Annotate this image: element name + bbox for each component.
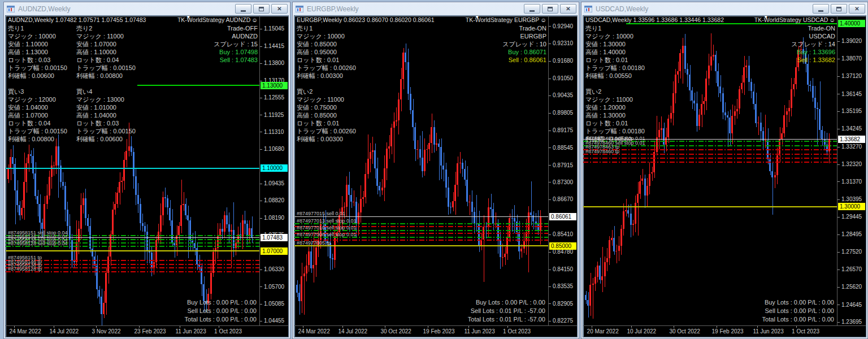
ohlc-readout: EURGBP,Weekly 0.86023 0.86070 0.86020 0.… [297, 16, 435, 23]
settings-row: 利確幅 : 0.00800 [8, 135, 67, 143]
settings-block-title: 売り1 [8, 24, 67, 32]
settings-block-title: 買い2 [585, 88, 645, 95]
price-tick-label: 1.32320 [837, 161, 866, 167]
chart-plot-area[interactable]: ▼ AUDNZD,Weekly 1.07482 1.07571 1.07455 … [6, 16, 260, 325]
price-tick-label: 0.87300 [549, 179, 577, 185]
time-tick [468, 326, 469, 328]
order-level-line [583, 158, 837, 159]
settings-row: 安値 : 1.07000 [76, 40, 136, 48]
chart-client: ▼ EURGBP,Weekly 0.86023 0.86070 0.86020 … [294, 15, 578, 337]
strategy-settings-panel: 売り1マジック : 10000安値 : 0.85000高値 : 0.95000ロ… [297, 24, 356, 143]
price-level-badge: 1.07000 [261, 247, 288, 255]
chart-plot-area[interactable]: ▼ EURGBP,Weekly 0.86023 0.86070 0.86020 … [294, 16, 549, 325]
minimize-button[interactable] [524, 4, 540, 14]
date-label: 19 Feb 2023 [712, 328, 744, 334]
time-tick [385, 326, 385, 328]
price-tick-label: 1.09435 [260, 180, 288, 186]
horizontal-level-line [6, 168, 259, 169]
close-button[interactable]: ✕ [849, 4, 865, 14]
time-axis[interactable]: 20 Mar 202210 Jul 202230 Oct 202219 Feb … [583, 325, 866, 337]
price-tick-label: 0.83535 [549, 283, 577, 289]
settings-row: 高値 : 0.85000 [297, 111, 356, 119]
settings-row: 高値 : 1.30000 [585, 111, 645, 119]
minimize-button[interactable] [235, 4, 251, 14]
price-tick-label: 1.26570 [837, 266, 866, 272]
settings-row: マジック : 10000 [297, 32, 356, 40]
date-label: 1 Oct 2023 [792, 328, 819, 334]
price-tick-label: 1.29445 [837, 214, 866, 220]
settings-row: ロット数 : 0.01 [585, 56, 645, 64]
settings-block: 買い2マジック : 11000安値 : 0.75000高値 : 0.85000ロ… [297, 88, 356, 143]
settings-row: マジック : 11000 [76, 32, 136, 40]
spread-label: スプレッド : 10 [502, 40, 546, 48]
settings-row: マジック : 11000 [297, 95, 356, 103]
date-label: 20 Mar 2022 [587, 328, 619, 334]
settings-block-title: 売り1 [585, 24, 645, 32]
settings-row: 安値 : 1.04000 [8, 103, 67, 111]
settings-block-title: 買い2 [297, 88, 356, 95]
mdi-workspace: AUDNZD,Weekly ✕ ▼ AUDNZD,Weekly 1.07482 … [0, 0, 868, 339]
titlebar[interactable]: EURGBP,Weekly ✕ [293, 2, 579, 15]
chart-plot-area[interactable]: ▼ USDCAD,Weekly 1.33596 1.33686 1.33446 … [583, 16, 837, 325]
settings-row: マジック : 10000 [585, 32, 645, 40]
restore-button[interactable] [542, 4, 558, 14]
time-axis[interactable]: 24 Mar 202214 Jul 202230 Oct 202219 Feb … [294, 325, 577, 337]
time-tick [592, 326, 592, 328]
price-tick-label: 0.82275 [549, 318, 577, 324]
horizontal-level-line [583, 206, 837, 207]
settings-row: マジック : 13000 [76, 95, 136, 103]
titlebar[interactable]: USDCAD,Weekly ✕ [581, 2, 867, 15]
settings-row: トラップ幅 : 0.00150 [8, 127, 67, 135]
price-level-badge: 1.07483 [261, 234, 288, 241]
time-axis[interactable]: 24 Mar 202214 Jul 20223 Nov 202223 Feb 2… [6, 325, 288, 337]
price-scale[interactable]: 1.150451.144151.138001.131701.125551.119… [260, 16, 288, 325]
settings-row: 安値 : 0.75000 [297, 103, 356, 111]
smiley-icon: ☺ [540, 16, 546, 23]
time-tick [14, 326, 15, 328]
minimize-button[interactable] [813, 4, 829, 14]
window-title: AUDNZD,Weekly [18, 5, 235, 13]
date-label: 3 Nov 2022 [92, 328, 120, 334]
settings-row: ロット数 : 0.04 [76, 56, 136, 64]
order-label: #874958128 tp [8, 266, 42, 272]
settings-block-title: 買い3 [8, 88, 67, 95]
price-tick-label: 1.36145 [837, 91, 866, 97]
settings-block: 買い3マジック : 12000安値 : 1.04000高値 : 1.07000ロ… [8, 88, 67, 143]
price-tick-label: 0.92310 [549, 40, 577, 46]
spread-label: スプレッド : 14 [791, 40, 835, 48]
lots-summary: Buy Lots : 0.00 P/L : 0.00 Sell Lots : 0… [185, 298, 257, 324]
settings-row: ロット数 : 0.03 [8, 56, 67, 64]
date-label: 19 Feb 2023 [423, 328, 455, 334]
order-label: #874977008 sell stop 0.01 [297, 232, 357, 237]
restore-button[interactable] [253, 4, 270, 14]
price-tick-label: 1.13800 [260, 60, 288, 66]
price-tick-label: 1.14415 [260, 43, 288, 49]
price-scale[interactable]: 0.929400.923100.916800.910500.904350.898… [549, 16, 577, 325]
close-button[interactable]: ✕ [271, 4, 288, 14]
price-scale[interactable]: 1.390201.380701.371201.361451.351951.342… [837, 16, 866, 325]
date-label: 24 Mar 2022 [10, 328, 41, 334]
marker-triangle-icon: ▼ [186, 16, 191, 20]
price-tick-label: 1.11310 [260, 129, 288, 135]
ohlc-readout: USDCAD,Weekly 1.33596 1.33686 1.33446 1.… [585, 16, 724, 23]
price-tick-label: 0.87915 [549, 162, 577, 168]
symbol-label: AUDNZD [214, 32, 258, 40]
price-tick-label: 1.08190 [260, 215, 288, 221]
price-level-badge: 1.10000 [261, 164, 288, 172]
marker-triangle-icon: ▼ [763, 16, 769, 20]
smiley-icon: ☺ [829, 16, 835, 23]
titlebar[interactable]: AUDNZD,Weekly ✕ [4, 2, 290, 15]
horizontal-level-line [137, 85, 259, 86]
settings-row: トラップ幅 : 0.00180 [585, 64, 645, 72]
settings-row: 高値 : 1.07000 [8, 111, 67, 119]
order-level-line [583, 149, 837, 150]
time-tick [342, 326, 343, 328]
minimize-icon [241, 10, 246, 12]
restore-button[interactable] [831, 4, 847, 14]
price-tick-label: 0.92940 [549, 23, 577, 29]
chart-client: ▼ USDCAD,Weekly 1.33596 1.33686 1.33446 … [583, 15, 866, 337]
time-tick [54, 326, 54, 328]
price-tick-label: 1.05700 [260, 284, 288, 290]
settings-block: 売り2マジック : 11000安値 : 1.07000高値 : 1.10000ロ… [76, 24, 136, 80]
close-button[interactable]: ✕ [560, 4, 576, 14]
